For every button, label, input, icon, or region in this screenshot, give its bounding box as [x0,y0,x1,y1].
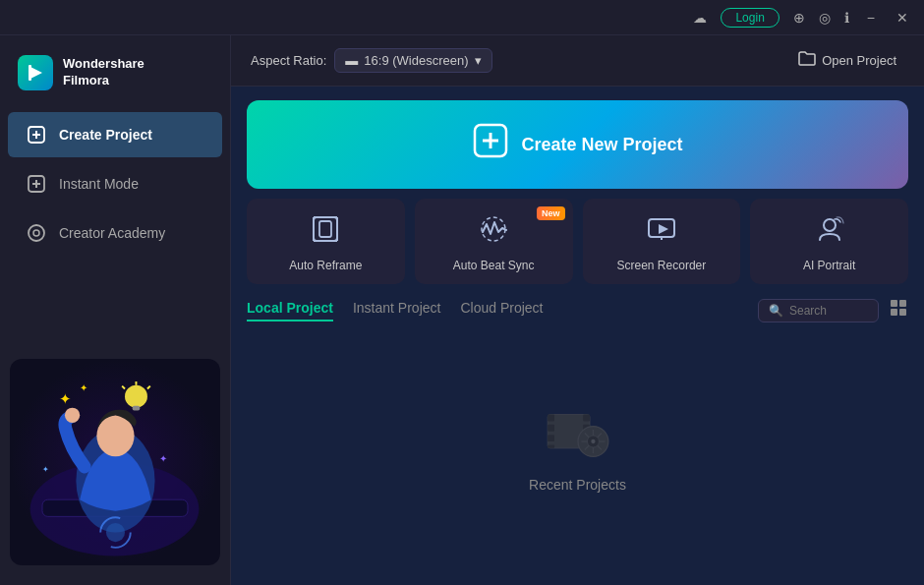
sidebar-item-label-instant: Instant Mode [59,176,139,192]
main-layout: Wondershare Filmora Create Project [0,35,924,585]
close-button[interactable]: ✕ [893,8,912,28]
sidebar-item-create-project[interactable]: Create Project [8,112,222,157]
svg-point-23 [106,523,125,542]
aspect-ratio-dropdown[interactable]: ▬ 16:9 (Widescreen) ▾ [334,48,491,73]
tab-instant-project[interactable]: Instant Project [353,300,441,322]
feature-card-ai-portrait[interactable]: AI Portrait [750,199,908,284]
tabs-section: Local Project Instant Project Cloud Proj… [247,298,908,585]
cloud-icon[interactable]: ☁ [693,10,707,26]
svg-point-8 [29,225,44,241]
grid-view-icon[interactable] [889,298,908,322]
svg-rect-46 [899,300,906,307]
aspect-ratio-label: Aspect Ratio: [251,53,326,68]
sidebar-item-label-create: Create Project [59,127,152,143]
sidebar-illustration: ✦ ✦ ✦ ✦ [0,349,230,575]
create-project-icon [26,124,47,146]
auto-reframe-icon [311,214,340,251]
screen-recorder-label: Screen Recorder [617,259,707,272]
new-badge: New [537,206,565,220]
svg-text:✦: ✦ [42,465,49,474]
svg-rect-18 [133,406,141,411]
folder-icon [798,51,816,70]
svg-rect-1 [29,65,31,81]
sidebar-item-instant-mode[interactable]: Instant Mode [8,161,222,206]
tab-local-project[interactable]: Local Project [247,300,333,322]
tabs-header: Local Project Instant Project Cloud Proj… [247,298,908,322]
svg-rect-54 [583,414,590,421]
sidebar-item-label-academy: Creator Academy [59,225,165,241]
svg-point-17 [125,385,147,408]
creator-academy-icon [26,222,47,244]
auto-beat-sync-label: Auto Beat Sync [453,259,535,272]
svg-point-44 [824,219,836,231]
svg-point-60 [591,439,595,442]
svg-point-9 [33,230,39,236]
svg-rect-30 [319,221,331,237]
tabs-right: 🔍 [758,298,908,322]
titlebar-icons: ☁ Login ⊕ ◎ ℹ − ✕ [693,8,912,28]
auto-reframe-label: Auto Reframe [289,259,362,272]
aspect-ratio-value: 16:9 (Widescreen) [364,53,468,68]
svg-line-21 [147,386,150,389]
illustration-background: ✦ ✦ ✦ ✦ [10,359,220,565]
feature-cards: Auto Reframe New Auto Beat Sync [247,199,908,284]
svg-text:✦: ✦ [159,453,167,464]
ai-portrait-label: AI Portrait [803,259,855,272]
content-topbar: Aspect Ratio: ▬ 16:9 (Widescreen) ▾ Open… [231,35,924,87]
svg-rect-48 [899,309,906,316]
minimize-button[interactable]: − [863,8,879,28]
ai-portrait-icon [815,214,844,251]
create-project-banner-icon [472,122,509,167]
instant-mode-icon [26,173,47,195]
svg-rect-53 [548,444,554,447]
svg-rect-51 [548,424,554,431]
search-input[interactable] [789,304,868,318]
svg-rect-47 [891,309,897,316]
open-project-label: Open Project [822,53,896,68]
app-logo-icon [18,55,53,90]
svg-marker-41 [659,224,668,234]
screen-recorder-icon [647,214,676,251]
svg-text:✦: ✦ [80,382,87,393]
chevron-down-icon: ▾ [475,53,482,68]
open-project-button[interactable]: Open Project [790,47,904,74]
logo-area: Wondershare Filmora [0,45,230,110]
tab-cloud-project[interactable]: Cloud Project [460,300,543,322]
auto-beat-sync-icon [479,214,508,251]
recent-projects-label: Recent Projects [529,477,626,493]
login-button[interactable]: Login [721,8,779,28]
feature-card-screen-recorder[interactable]: Screen Recorder [583,199,741,284]
content-area: Aspect Ratio: ▬ 16:9 (Widescreen) ▾ Open… [231,35,924,585]
create-new-project-label: Create New Project [521,135,682,155]
sidebar: Wondershare Filmora Create Project [0,35,231,585]
titlebar: ☁ Login ⊕ ◎ ℹ − ✕ [0,0,924,35]
aspect-ratio-selector: Aspect Ratio: ▬ 16:9 (Widescreen) ▾ [251,48,492,73]
app-logo-text: Wondershare Filmora [63,56,144,89]
feature-card-auto-reframe[interactable]: Auto Reframe [247,199,405,284]
empty-state: Recent Projects [247,332,908,585]
sidebar-item-creator-academy[interactable]: Creator Academy [8,210,222,256]
svg-line-20 [122,386,125,389]
upload-icon[interactable]: ⊕ [793,10,805,26]
svg-point-14 [65,408,80,423]
svg-rect-45 [891,300,897,307]
svg-rect-52 [548,435,554,441]
headphone-icon[interactable]: ◎ [819,10,831,26]
feature-card-auto-beat-sync[interactable]: New Auto Beat Sync [415,199,573,284]
search-icon: 🔍 [769,304,783,318]
info-icon[interactable]: ℹ [844,10,849,26]
create-new-project-banner[interactable]: Create New Project [247,100,908,189]
svg-text:✦: ✦ [59,390,72,407]
svg-rect-50 [548,414,554,421]
monitor-icon: ▬ [345,53,358,68]
film-reel-icon [544,406,612,465]
search-box[interactable]: 🔍 [758,299,879,322]
tabs-list: Local Project Instant Project Cloud Proj… [247,300,543,322]
